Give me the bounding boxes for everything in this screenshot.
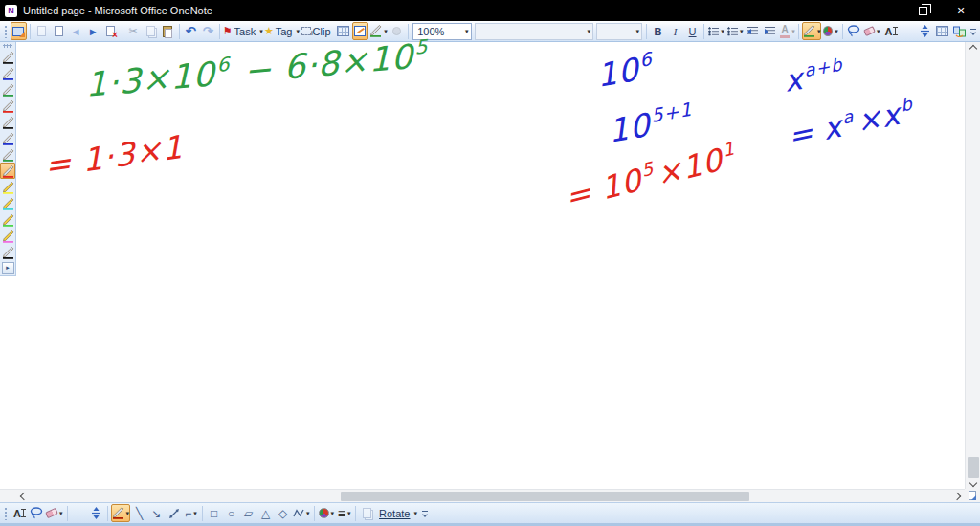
draw-ellipse-button[interactable]: ○ bbox=[223, 504, 239, 522]
scroll-down-button[interactable] bbox=[966, 476, 980, 490]
text-tool-button[interactable]: A bbox=[11, 504, 27, 522]
increase-indent-button[interactable] bbox=[762, 22, 778, 40]
draw-diamond-button[interactable]: ◇ bbox=[275, 504, 291, 522]
paste-button[interactable] bbox=[160, 22, 176, 40]
insert-table-button[interactable] bbox=[335, 22, 351, 40]
toolbar-overflow-button[interactable] bbox=[419, 504, 430, 522]
task-button[interactable]: ⚑Task▾ bbox=[223, 22, 263, 40]
forward-button[interactable]: ► bbox=[85, 22, 101, 40]
delete-button[interactable] bbox=[71, 504, 87, 522]
pen-tool-button[interactable]: ▾ bbox=[111, 504, 131, 522]
separator bbox=[67, 506, 68, 521]
draw-corner-line-button[interactable]: ⌐▾ bbox=[183, 504, 199, 522]
eraser-button[interactable]: ▾ bbox=[45, 504, 64, 522]
eraser-button[interactable]: ▾ bbox=[863, 22, 881, 40]
lasso-select-button[interactable] bbox=[846, 22, 862, 40]
redo-button[interactable]: ↷ bbox=[200, 22, 216, 40]
underline-button[interactable]: U bbox=[684, 22, 701, 40]
shape-color-button[interactable]: ▾ bbox=[318, 504, 336, 522]
draw-triangle-button[interactable]: △ bbox=[257, 504, 274, 522]
palette-expand-button[interactable]: ▸ bbox=[2, 262, 14, 274]
restore-button[interactable] bbox=[903, 0, 942, 21]
separator bbox=[798, 24, 799, 39]
color-ball-icon bbox=[823, 26, 833, 36]
insert-remove-space-button[interactable] bbox=[917, 22, 933, 40]
palette-pen-green[interactable] bbox=[0, 81, 15, 98]
palette-grip[interactable] bbox=[3, 44, 12, 48]
bold-button[interactable]: B bbox=[650, 22, 666, 40]
research-button[interactable] bbox=[951, 22, 968, 40]
draw-line-button[interactable]: ╲ bbox=[131, 504, 147, 522]
palette-pen-black-thick[interactable] bbox=[0, 114, 15, 130]
pen-input-panel-button[interactable] bbox=[352, 22, 368, 40]
rotate-button[interactable]: Rotate▾ bbox=[376, 504, 418, 522]
scroll-up-button[interactable] bbox=[966, 42, 980, 55]
line-thickness-button[interactable]: ≡▾ bbox=[336, 504, 352, 522]
ink-blue-x-power-a-plus-b: xa+b bbox=[783, 55, 846, 98]
scroll-left-button[interactable] bbox=[17, 490, 31, 503]
ink-part: a bbox=[841, 105, 856, 127]
minimize-button[interactable] bbox=[865, 0, 903, 21]
pen-menu-button[interactable]: ▾ bbox=[369, 22, 389, 40]
table-button[interactable] bbox=[934, 22, 950, 40]
overflow-chevron-icon bbox=[422, 512, 428, 517]
duplicate-button[interactable] bbox=[359, 504, 375, 522]
insert-remove-space-button[interactable] bbox=[88, 504, 104, 522]
vertical-scrollbar[interactable] bbox=[965, 42, 980, 490]
text-tool-button[interactable]: A bbox=[882, 22, 899, 40]
draw-rectangle-button[interactable]: □ bbox=[206, 504, 222, 522]
palette-pen-black[interactable] bbox=[0, 49, 15, 65]
tag-button[interactable]: ★Tag▾ bbox=[264, 22, 300, 40]
delete-page-button[interactable]: × bbox=[102, 22, 119, 40]
decrease-indent-button[interactable] bbox=[745, 22, 761, 40]
palette-pen-blue-thick[interactable] bbox=[0, 130, 15, 146]
draw-polyline-button[interactable]: ▾ bbox=[292, 504, 311, 522]
new-page-button[interactable] bbox=[51, 22, 67, 40]
separator bbox=[355, 506, 356, 521]
palette-pen-green-thick[interactable] bbox=[0, 146, 15, 163]
horizontal-scroll-thumb[interactable] bbox=[341, 492, 749, 501]
font-name-combo[interactable]: ▾ bbox=[475, 23, 593, 40]
pen-tool-button[interactable]: ▾ bbox=[802, 22, 821, 40]
palette-highlighter-green[interactable] bbox=[0, 211, 15, 228]
font-color-button[interactable]: A▾ bbox=[779, 22, 795, 40]
palette-pen-blue[interactable] bbox=[0, 65, 15, 81]
toolbar-overflow-button[interactable] bbox=[969, 22, 979, 40]
back-button[interactable]: ◄ bbox=[68, 22, 84, 40]
toolbar-grip[interactable] bbox=[4, 25, 8, 38]
full-page-view-button[interactable] bbox=[11, 22, 27, 40]
tag-label: Tag bbox=[276, 26, 293, 37]
font-size-combo[interactable]: ▾ bbox=[596, 23, 642, 40]
italic-button[interactable]: I bbox=[667, 22, 683, 40]
close-button[interactable]: × bbox=[942, 0, 980, 21]
palette-highlighter-yellow[interactable] bbox=[0, 179, 15, 195]
numbered-list-button[interactable]: ▾ bbox=[726, 22, 745, 40]
vertical-scroll-thumb[interactable] bbox=[968, 457, 979, 478]
ink-part: 1·3×10 bbox=[85, 55, 215, 104]
palette-pen-dark[interactable] bbox=[0, 244, 15, 260]
palette-pen-red-thick[interactable] bbox=[0, 163, 15, 179]
cut-button[interactable]: ✂ bbox=[125, 22, 142, 40]
palette-pen-red[interactable] bbox=[0, 98, 15, 114]
draw-parallelogram-button[interactable]: ▱ bbox=[240, 504, 256, 522]
undo-button[interactable]: ↶ bbox=[183, 22, 199, 40]
toolbar-grip[interactable] bbox=[4, 507, 8, 520]
horizontal-scrollbar[interactable] bbox=[0, 489, 965, 502]
palette-highlighter-pink[interactable] bbox=[0, 228, 15, 244]
draw-arrow-button[interactable]: ↘ bbox=[148, 504, 165, 522]
page-curl-button[interactable] bbox=[969, 491, 976, 500]
insert-space-icon bbox=[91, 507, 101, 519]
delete-button[interactable] bbox=[900, 22, 916, 40]
lasso-select-button[interactable] bbox=[28, 504, 44, 522]
ink-color-button[interactable]: ▾ bbox=[822, 22, 839, 40]
clip-button[interactable]: +Clip bbox=[301, 22, 333, 40]
bullet-list-button[interactable]: ▾ bbox=[707, 22, 725, 40]
scroll-right-button[interactable] bbox=[950, 490, 964, 503]
draw-double-arrow-button[interactable] bbox=[166, 504, 182, 522]
eraser-dropdown-icon: ▾ bbox=[877, 28, 880, 34]
decrease-indent-icon bbox=[747, 27, 758, 36]
open-button[interactable] bbox=[33, 22, 50, 40]
copy-button[interactable] bbox=[143, 22, 159, 40]
ink-canvas[interactable]: 1·3×106 − 6·8×105= 1·3×1106105+1= 105×10… bbox=[0, 42, 965, 490]
palette-highlighter-turquoise[interactable] bbox=[0, 195, 15, 211]
